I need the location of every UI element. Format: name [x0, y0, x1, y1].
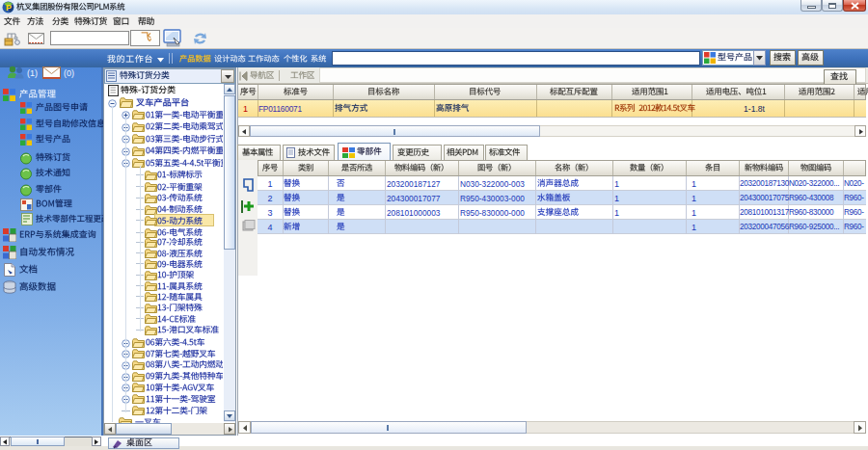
- svg-text:P: P: [6, 3, 12, 13]
